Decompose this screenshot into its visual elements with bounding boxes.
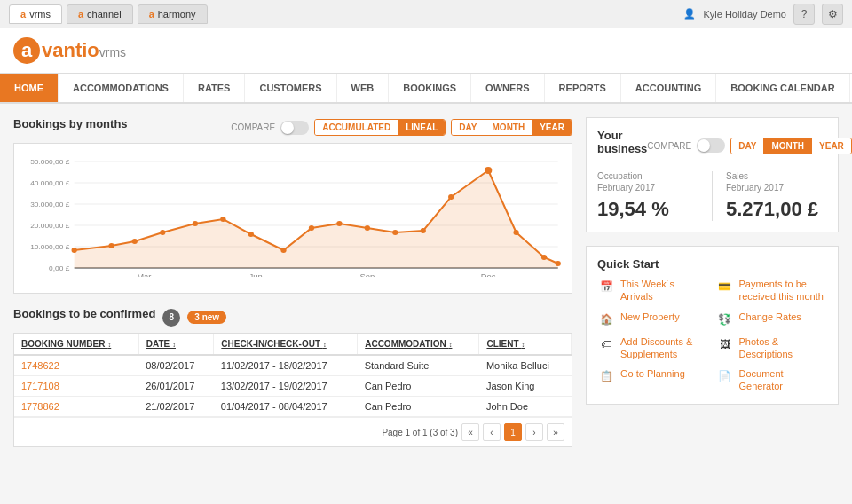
- last-page-button[interactable]: »: [547, 423, 564, 441]
- date-2: 21/02/2017: [138, 397, 214, 417]
- top-tab-channel[interactable]: a channel: [67, 4, 133, 24]
- booking-link-1[interactable]: 1717108: [21, 381, 59, 391]
- accom-0: Standard Suite: [358, 355, 479, 376]
- svg-point-17: [193, 221, 198, 226]
- main-nav: HOME ACCOMMODATIONS RATES CUSTOMERS WEB …: [0, 74, 852, 104]
- svg-text:10.000,00 £: 10.000,00 £: [30, 243, 70, 251]
- svg-point-20: [280, 248, 286, 253]
- col-accommodation[interactable]: ACCOMMODATION ↕: [358, 334, 479, 355]
- svg-text:50.000,00 £: 50.000,00 £: [30, 158, 70, 166]
- nav-accounting[interactable]: ACCOUNTING: [621, 74, 717, 102]
- business-controls: COMPARE DAY MONTH YEAR: [647, 138, 852, 154]
- checkin-1: 13/02/2017 - 19/02/2017: [214, 376, 358, 397]
- nav-customers[interactable]: CUSTOMERS: [245, 74, 336, 102]
- business-month-button[interactable]: MONTH: [764, 138, 812, 154]
- col-booking-number[interactable]: BOOKING NUMBER ↕: [14, 334, 138, 355]
- svg-text:20.000,00 £: 20.000,00 £: [30, 222, 70, 230]
- metric-divider: [712, 171, 713, 221]
- nav-reports[interactable]: REPORTS: [545, 74, 621, 102]
- month-button-chart[interactable]: MONTH: [485, 120, 533, 135]
- discounts-link[interactable]: Add Discounts & Supplements: [620, 335, 709, 361]
- occupation-metric: Occupation February 2017 19,54 %: [597, 171, 698, 221]
- document-icon: 📄: [716, 367, 734, 385]
- top-tab-harmony[interactable]: a harmony: [138, 4, 208, 24]
- document-link[interactable]: Document Generator: [739, 367, 828, 393]
- prev-page-button[interactable]: ‹: [483, 423, 501, 441]
- accumulated-button[interactable]: ACCUMULATED: [315, 120, 398, 135]
- first-page-button[interactable]: «: [462, 423, 479, 441]
- compare-label: COMPARE: [231, 122, 275, 132]
- quick-item-document: 📄 Document Generator: [716, 367, 828, 393]
- business-year-button[interactable]: YEAR: [812, 138, 851, 154]
- settings-button[interactable]: ⚙: [822, 4, 843, 25]
- col-checkin-checkout[interactable]: CHECK-IN/CHECK-OUT ↕: [214, 334, 358, 355]
- booking-link-0[interactable]: 1748622: [21, 360, 59, 371]
- chart-controls: COMPARE ACCUMULATED LINEAL DAY MONTH YEA…: [231, 119, 572, 136]
- svg-point-25: [421, 228, 426, 233]
- help-button[interactable]: ?: [793, 4, 815, 25]
- booking-link-2[interactable]: 1778862: [21, 401, 59, 412]
- quick-item-planning: 📋 Go to Planning: [597, 367, 709, 393]
- payments-link[interactable]: Payments to be received this month: [739, 278, 828, 303]
- svg-text:Mar: Mar: [137, 272, 151, 277]
- bookings-header: Bookings to be confirmed 8 3 new: [13, 307, 572, 327]
- quick-item-photos: 🖼 Photos & Descriptions: [716, 335, 828, 361]
- sales-metric: Sales February 2017 5.271,00 £: [726, 171, 827, 221]
- chart-title: Bookings by months: [13, 117, 128, 130]
- quick-item-discounts: 🏷 Add Discounts & Supplements: [597, 335, 709, 361]
- svg-text:Sep: Sep: [359, 272, 375, 277]
- arrivals-link[interactable]: This Week´s Arrivals: [620, 278, 709, 303]
- svg-point-18: [220, 217, 225, 222]
- svg-point-23: [365, 225, 370, 231]
- pagination-text: Page 1 of 1 (3 of 3): [382, 428, 458, 437]
- quick-start-grid: 📅 This Week´s Arrivals 💳 Payments to be …: [597, 278, 827, 393]
- photos-link[interactable]: Photos & Descriptions: [739, 335, 828, 361]
- svg-text:0,00 £: 0,00 £: [49, 264, 70, 272]
- logo-text: vantiovrms: [42, 39, 126, 62]
- year-button-chart[interactable]: YEAR: [532, 120, 572, 135]
- nav-web[interactable]: WEB: [337, 74, 390, 102]
- svg-point-24: [392, 230, 398, 235]
- table-row: 1717108 26/01/2017 13/02/2017 - 19/02/20…: [14, 376, 572, 397]
- bookings-section: Bookings to be confirmed 8 3 new BOOKING…: [13, 307, 572, 447]
- chart-container: 50.000,00 £ 40.000,00 £ 30.000,00 £ 20.0…: [13, 143, 572, 294]
- user-icon: 👤: [683, 8, 696, 20]
- col-date[interactable]: DATE ↕: [138, 334, 214, 355]
- nav-booking-calendar[interactable]: BOOKING CALENDAR: [716, 74, 849, 102]
- harmony-at-icon: a: [149, 9, 154, 20]
- business-compare-toggle[interactable]: [697, 138, 725, 153]
- current-page-button[interactable]: 1: [504, 423, 522, 441]
- nav-accommodations[interactable]: ACCOMMODATIONS: [59, 74, 184, 102]
- logo-a-circle: a: [13, 37, 40, 64]
- harmony-tab-label: harmony: [158, 9, 196, 20]
- chart-svg: 50.000,00 £ 40.000,00 £ 30.000,00 £ 20.0…: [23, 153, 563, 277]
- nav-rates[interactable]: RATES: [184, 74, 245, 102]
- nav-bookings[interactable]: BOOKINGS: [389, 74, 471, 102]
- svg-text:Jun: Jun: [248, 272, 262, 277]
- lineal-button[interactable]: LINEAL: [398, 120, 445, 135]
- top-tab-vrms[interactable]: a vrms: [9, 4, 62, 24]
- occupation-label: Occupation: [597, 171, 698, 181]
- nav-owners[interactable]: OWNERS: [471, 74, 545, 102]
- bookings-confirm-title: Bookings to be confirmed: [13, 307, 155, 320]
- left-column: Bookings by months COMPARE ACCUMULATED L…: [13, 117, 572, 447]
- quick-start-title: Quick Start: [597, 257, 827, 271]
- checkin-0: 11/02/2017 - 18/02/2017: [214, 355, 358, 376]
- day-button-chart[interactable]: DAY: [452, 120, 485, 135]
- col-client[interactable]: CLIENT ↕: [479, 334, 572, 355]
- client-2: John Doe: [479, 397, 572, 417]
- compare-toggle[interactable]: [280, 121, 309, 135]
- business-day-button[interactable]: DAY: [731, 138, 764, 154]
- new-property-link[interactable]: New Property: [620, 311, 680, 323]
- change-rates-link[interactable]: Change Rates: [739, 311, 801, 323]
- vrms-at-icon: a: [20, 9, 26, 20]
- planning-link[interactable]: Go to Planning: [620, 367, 685, 380]
- top-bar-right: 👤 Kyle Holiday Demo ? ⚙: [683, 4, 843, 25]
- business-metrics: Occupation February 2017 19,54 % Sales F…: [597, 171, 827, 221]
- svg-point-30: [556, 261, 561, 266]
- chart-header: Bookings by months COMPARE ACCUMULATED L…: [13, 117, 572, 138]
- planning-icon: 📋: [597, 367, 615, 385]
- nav-home[interactable]: HOME: [0, 74, 59, 102]
- quick-item-change-rates: 💱 Change Rates: [716, 311, 828, 328]
- next-page-button[interactable]: ›: [525, 423, 543, 441]
